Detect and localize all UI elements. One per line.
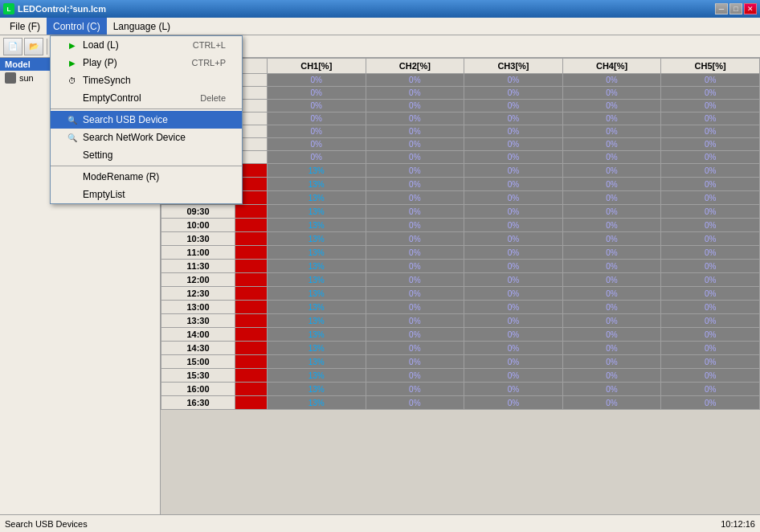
menu-item-moderename-label: ModeRename (R)	[83, 171, 159, 182]
moderename-icon	[67, 171, 78, 182]
menu-item-emptycontrol[interactable]: EmptyControl Delete	[51, 89, 242, 107]
menu-item-load[interactable]: ▶ Load (L) CTRL+L	[51, 36, 242, 54]
menu-item-moderename[interactable]: ModeRename (R)	[51, 168, 242, 186]
menu-item-searchusb-label: Search USB Device	[83, 114, 168, 125]
menu-separator-2	[51, 166, 242, 166]
emptylist-icon	[67, 189, 78, 200]
menu-item-emptycontrol-shortcut: Delete	[200, 93, 226, 103]
emptycontrol-icon	[67, 92, 78, 104]
menu-separator-1	[51, 108, 242, 109]
menu-item-play[interactable]: ▶ Play (P) CTRL+P	[51, 54, 242, 72]
menu-item-setting[interactable]: Setting	[51, 146, 242, 164]
control-dropdown: ▶ Load (L) CTRL+L ▶ Play (P) CTRL+P ⏱ Ti…	[50, 35, 243, 204]
menu-item-searchusb[interactable]: 🔍 Search USB Device	[51, 111, 242, 129]
dropdown-overlay: ▶ Load (L) CTRL+L ▶ Play (P) CTRL+P ⏱ Ti…	[0, 0, 760, 532]
menu-item-timesynch[interactable]: ⏱ TimeSynch	[51, 72, 242, 89]
load-icon: ▶	[67, 39, 78, 51]
menu-item-searchnetwork[interactable]: 🔍 Search NetWork Device	[51, 129, 242, 146]
play-menu-icon: ▶	[67, 57, 78, 68]
menu-item-play-shortcut: CTRL+P	[192, 58, 227, 68]
setting-icon	[67, 149, 78, 161]
menu-item-play-label: Play (P)	[83, 57, 117, 68]
menu-item-timesynch-label: TimeSynch	[83, 75, 131, 86]
searchusb-icon: 🔍	[67, 114, 78, 125]
menu-item-searchnetwork-label: Search NetWork Device	[83, 132, 186, 143]
searchnetwork-icon: 🔍	[67, 132, 78, 143]
menu-item-emptycontrol-label: EmptyControl	[83, 92, 141, 104]
menu-item-setting-label: Setting	[83, 149, 112, 161]
menu-item-emptylist[interactable]: EmptyList	[51, 186, 242, 203]
menu-item-emptylist-label: EmptyList	[83, 189, 125, 200]
menu-item-load-label: Load (L)	[83, 39, 119, 51]
menu-item-load-shortcut: CTRL+L	[193, 40, 226, 50]
timesynch-icon: ⏱	[67, 75, 78, 86]
